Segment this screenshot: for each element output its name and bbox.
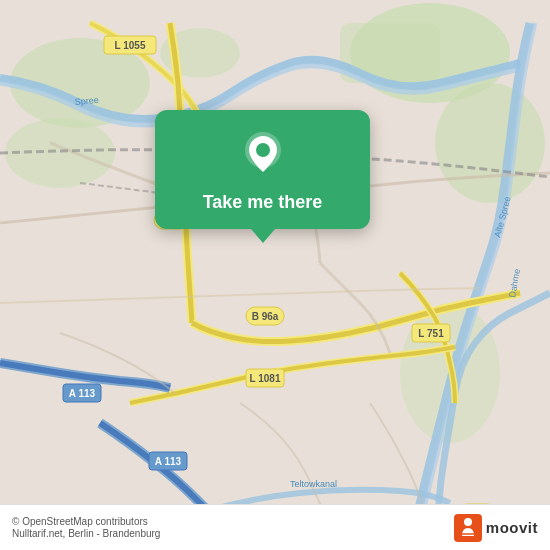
svg-point-31: [464, 518, 472, 526]
svg-text:L 1055: L 1055: [115, 40, 146, 51]
svg-text:Spree: Spree: [74, 95, 99, 107]
svg-point-5: [5, 118, 115, 188]
svg-text:Teltowkanal: Teltowkanal: [290, 479, 337, 489]
svg-point-3: [435, 83, 545, 203]
map-container: L 1055 B 96 B 96a L 751 L 1081 A 113 A 1…: [0, 0, 550, 550]
moovit-text: moovit: [486, 519, 538, 536]
svg-text:B 96a: B 96a: [252, 311, 279, 322]
svg-text:A 113: A 113: [155, 456, 182, 467]
svg-text:L 751: L 751: [418, 328, 444, 339]
svg-point-29: [256, 143, 270, 157]
attribution-block: © OpenStreetMap contributors Nulltarif.n…: [12, 516, 160, 539]
osm-attribution: © OpenStreetMap contributors: [12, 516, 160, 527]
location-pin-icon: [237, 128, 289, 180]
svg-text:L 1081: L 1081: [250, 373, 281, 384]
popup-card[interactable]: Take me there: [155, 110, 370, 229]
moovit-icon: [454, 514, 482, 542]
map-subtitle: Nulltarif.net, Berlin - Brandenburg: [12, 528, 160, 539]
svg-text:A 113: A 113: [69, 388, 96, 399]
take-me-there-label: Take me there: [203, 192, 323, 213]
map-background: L 1055 B 96 B 96a L 751 L 1081 A 113 A 1…: [0, 0, 550, 550]
moovit-logo: moovit: [454, 514, 538, 542]
bottom-bar: © OpenStreetMap contributors Nulltarif.n…: [0, 504, 550, 550]
